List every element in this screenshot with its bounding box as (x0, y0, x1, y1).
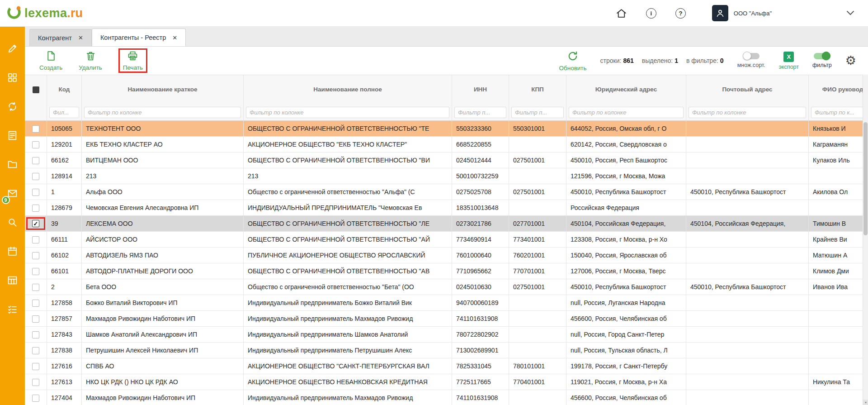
cell-director[interactable]: Иванов Ива (809, 279, 863, 295)
col-header-4[interactable]: КПП (509, 75, 566, 105)
cell-postal-address[interactable] (686, 232, 809, 248)
cell-kpp[interactable] (509, 311, 566, 327)
row-checkbox[interactable] (32, 395, 39, 402)
cell-short-name[interactable]: 213 (82, 168, 244, 184)
cell-postal-address[interactable] (686, 343, 809, 358)
row-checkbox[interactable] (32, 252, 39, 259)
cell-short-name[interactable]: СПВБ АО (82, 358, 244, 374)
col-header-3[interactable]: ИНН (452, 75, 509, 105)
cell-legal-address[interactable]: null, Россия, Тульская область, Л (566, 343, 686, 358)
row-checkbox[interactable] (32, 315, 39, 323)
row-checkbox[interactable] (32, 284, 39, 291)
filter-toggle[interactable]: фильтр (812, 53, 832, 68)
chevron-down-icon[interactable] (846, 10, 854, 16)
table-row[interactable]: 66111АЙСИСТОР ООООБЩЕСТВО С ОГРАНИЧЕННОЙ… (25, 232, 863, 248)
tab-close-icon[interactable]: ✕ (172, 34, 177, 41)
cell-inn[interactable]: 0275025708 (452, 184, 509, 200)
cell-full-name[interactable]: ОБЩЕСТВО С ОГРАНИЧЕННОЙ ОТВЕТСТВЕННОСТЬЮ… (244, 152, 452, 168)
cell-legal-address[interactable]: 456600, Россия, Челябинская об (566, 390, 686, 405)
cell-inn[interactable]: 0245012444 (452, 152, 509, 168)
cell-full-name[interactable]: Индивидуальный предприниматель Петрушиши… (244, 343, 452, 358)
cell-kpp[interactable] (509, 343, 566, 358)
cell-kpp[interactable]: 780101001 (509, 358, 566, 374)
cell-director[interactable]: Климов Дми (809, 263, 863, 279)
filter-input-2[interactable] (246, 107, 449, 118)
table-row[interactable]: ✓39ЛЕКСЕМА ООООБЩЕСТВО С ОГРАНИЧЕННОЙ ОТ… (25, 216, 863, 232)
cell-legal-address[interactable]: 119021, Россия, г Москва, р-н Ха (566, 374, 686, 390)
cell-director[interactable] (809, 295, 863, 311)
row-checkbox-cell[interactable] (25, 137, 47, 152)
cell-code[interactable]: 127404 (47, 390, 82, 405)
cell-director[interactable]: Акилова Ол (809, 184, 863, 200)
table-row[interactable]: 127838Петрушишин Алексей Николаевич ИПИн… (25, 343, 863, 358)
row-checkbox-cell[interactable] (25, 295, 47, 311)
cell-full-name[interactable]: ОБЩЕСТВО С ОГРАНИЧЕННОЙ ОТВЕТСТВЕННОСТЬЮ… (244, 121, 452, 137)
checklist-icon[interactable] (5, 301, 21, 317)
cell-short-name[interactable]: ТЕХНОТЕНТ ООО (82, 121, 244, 137)
cell-full-name[interactable]: Индивидуальный предприниматель Махмадов … (244, 390, 452, 405)
row-checkbox[interactable] (32, 300, 39, 307)
table-row[interactable]: 127616СПВБ АОАКЦИОНЕРНОЕ ОБЩЕСТВО "САНКТ… (25, 358, 863, 374)
mail-icon[interactable]: 9 (5, 185, 21, 201)
cell-director[interactable]: Каграманян (809, 137, 863, 152)
cell-code[interactable]: 129201 (47, 137, 82, 152)
cell-legal-address[interactable]: 450104, Российская Федерация, (566, 216, 686, 232)
cell-inn[interactable]: 741101631908 (452, 390, 509, 405)
cell-postal-address[interactable] (686, 327, 809, 343)
cell-short-name[interactable]: Махмадов Ривожидин Наботович ИП (82, 390, 244, 405)
cell-short-name[interactable]: ЕКБ ТЕХНО КЛАСТЕР АО (82, 137, 244, 152)
cell-kpp[interactable]: 027701001 (509, 216, 566, 232)
settings-gear-icon[interactable]: ⚙ (845, 55, 856, 67)
print-button[interactable]: Печать (123, 50, 143, 71)
cell-short-name[interactable]: Божко Виталий Викторович ИП (82, 295, 244, 311)
cell-postal-address[interactable] (686, 137, 809, 152)
table-row[interactable]: 66101АВТОДОР-ПЛАТНЫЕ ДОРОГИ ООООБЩЕСТВО … (25, 263, 863, 279)
row-checkbox[interactable] (32, 157, 39, 164)
delete-button[interactable]: Удалить (79, 50, 102, 71)
cell-kpp[interactable] (509, 137, 566, 152)
cell-full-name[interactable]: ИНДИВИДУАЛЬНЫЙ ПРЕДПРИНИМАТЕЛЬ "Чемовска… (244, 200, 452, 216)
calendar-icon[interactable] (5, 243, 21, 259)
cell-postal-address[interactable] (686, 152, 809, 168)
cell-code[interactable]: 2 (47, 279, 82, 295)
cell-code[interactable]: 127613 (47, 374, 82, 390)
cell-short-name[interactable]: Петрушишин Алексей Николаевич ИП (82, 343, 244, 358)
table-row[interactable]: 127404Махмадов Ривожидин Наботович ИПИнд… (25, 390, 863, 405)
cell-code[interactable]: 127858 (47, 295, 82, 311)
cell-director[interactable] (809, 390, 863, 405)
select-all-checkbox[interactable] (25, 75, 47, 105)
row-checkbox-cell[interactable] (25, 263, 47, 279)
cell-code[interactable]: 66162 (47, 152, 82, 168)
cell-legal-address[interactable]: 150040, Россия, Ярославская об (566, 248, 686, 263)
row-checkbox[interactable] (32, 379, 39, 386)
cell-director[interactable]: Никулина Та (809, 374, 863, 390)
cell-kpp[interactable]: 550301001 (509, 121, 566, 137)
filter-input-1[interactable] (84, 107, 241, 118)
cell-code[interactable]: 128679 (47, 200, 82, 216)
row-checkbox-cell[interactable] (25, 200, 47, 216)
cell-kpp[interactable] (509, 390, 566, 405)
cell-kpp[interactable]: 027501001 (509, 152, 566, 168)
cell-short-name[interactable]: Чемовская Евгения Алесандровна ИП (82, 200, 244, 216)
cell-legal-address[interactable]: 127006, Россия, г Москва, Тверс (566, 263, 686, 279)
cell-full-name[interactable]: АКЦИОНЕРНОЕ ОБЩЕСТВО "ЕКБ ТЕХНО КЛАСТЕР" (244, 137, 452, 152)
table-row[interactable]: 2Бета ООООбщество с ограниченной ответст… (25, 279, 863, 295)
cell-inn[interactable]: 0245010630 (452, 279, 509, 295)
cell-kpp[interactable] (509, 168, 566, 184)
row-checkbox-cell[interactable] (25, 374, 47, 390)
cell-inn[interactable]: 7825331045 (452, 358, 509, 374)
cell-code[interactable]: 66102 (47, 248, 82, 263)
export-button[interactable]: X экспорт (779, 52, 799, 70)
filter-input-6[interactable] (689, 107, 806, 118)
tab-1[interactable]: Контрагенты - Реестр✕ (92, 29, 186, 46)
row-checkbox-cell[interactable]: ✓ (25, 216, 47, 232)
cell-inn[interactable]: 6685220855 (452, 137, 509, 152)
folder-icon[interactable] (5, 156, 21, 172)
filter-input-5[interactable] (569, 107, 684, 118)
filter-input-4[interactable] (511, 107, 564, 118)
cell-kpp[interactable]: 770401001 (509, 374, 566, 390)
col-header-7[interactable]: ФИО руководителя (809, 75, 863, 105)
row-checkbox[interactable] (32, 331, 39, 338)
cell-director[interactable]: Крайнев Ви (809, 232, 863, 248)
cell-legal-address[interactable]: 456600, Россия, Челябинская об (566, 311, 686, 327)
